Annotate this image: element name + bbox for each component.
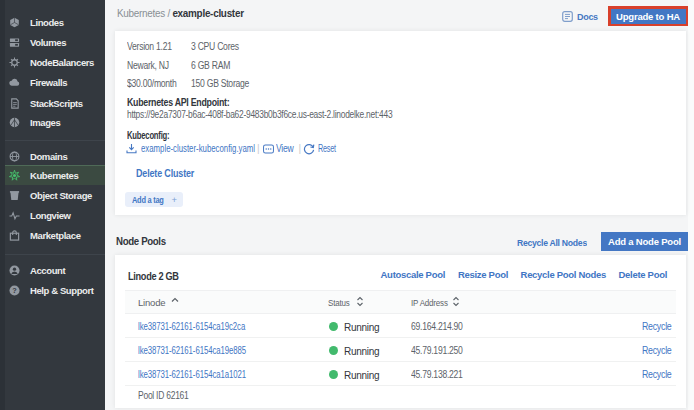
svg-text:?: ? — [12, 286, 17, 295]
